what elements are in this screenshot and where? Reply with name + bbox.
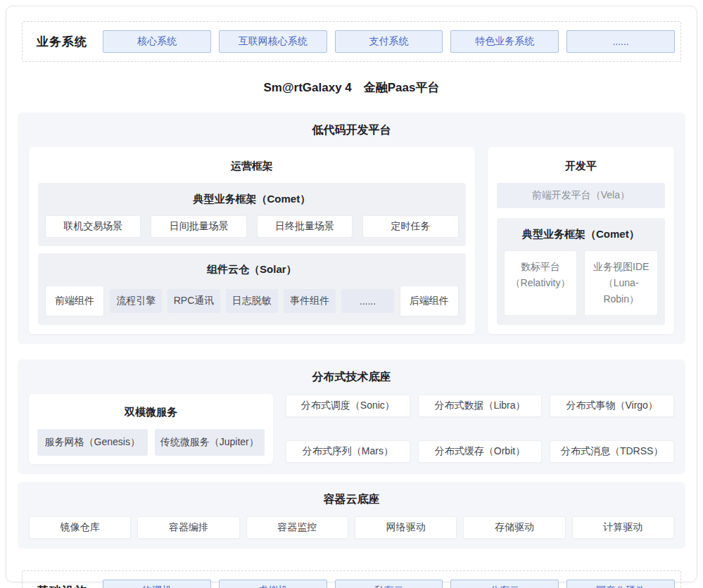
develop-platform-title: 开发平 [497, 160, 665, 173]
distributed-service-box: 分布式序列（Mars） [286, 440, 410, 463]
develop-platform-panel: 开发平 前端开发平台（Vela） 典型业务框架（Comet） 数标平台 （Rel… [488, 147, 674, 334]
relativity-platform-code: （Relativity） [506, 275, 576, 291]
business-systems-row: 业务系统 核心系统 互联网核心系统 支付系统 特色业务系统 ...... [22, 21, 681, 62]
infrastructure-box: 物理机 [103, 580, 211, 588]
comet-scenario-box: 定时任务 [362, 215, 458, 238]
vela-frontend-platform-chip: 前端开发平台（Vela） [497, 183, 665, 208]
business-system-box: 互联网核心系统 [219, 30, 327, 53]
container-feature-box: 存储驱动 [463, 516, 565, 539]
distributed-base-title: 分布式技术底座 [29, 370, 674, 385]
relativity-platform-name: 数标平台 [506, 259, 576, 275]
container-feature-box: 网络驱动 [355, 516, 457, 539]
comet-scenario-box: 日终批量场景 [257, 215, 353, 238]
distributed-service-box: 分布式缓存（Orbit） [418, 440, 543, 463]
container-cloud-panel: 容器云底座 镜像仓库 容器编排 容器监控 网络驱动 存储驱动 计算驱动 [18, 482, 685, 549]
container-cloud-title: 容器云底座 [29, 492, 674, 507]
distributed-service-box: 分布式消息（TDRSS） [550, 440, 674, 463]
container-feature-box: 计算驱动 [572, 516, 674, 539]
operation-framework-title: 运营框架 [38, 160, 466, 173]
solar-component-subpanel: 组件云仓（Solar） 前端组件 流程引擎 RPC通讯 日志脱敏 事件组件 ..… [38, 253, 466, 325]
genesis-service-mesh-chip: 服务网格（Genesis） [37, 429, 148, 456]
infrastructure-box: 私有云 [335, 580, 443, 588]
infrastructure-box: 国产化硬件 [566, 580, 675, 588]
luna-robin-ide-name: 业务视图IDE [586, 259, 656, 275]
solar-component-title: 组件云仓（Solar） [45, 263, 459, 276]
comet-scenario-box: 日间批量场景 [151, 215, 246, 238]
comet-scenario-box: 联机交易场景 [45, 215, 141, 238]
solar-chip: 日志脱敏 [226, 289, 278, 313]
container-feature-box: 容器编排 [137, 516, 239, 539]
luna-robin-ide-box: 业务视图IDE （Luna-Robin） [584, 250, 658, 316]
luna-robin-ide-code: （Luna-Robin） [586, 275, 656, 307]
solar-chip: RPC通讯 [167, 289, 220, 313]
comet-framework-title: 典型业务框架（Comet） [45, 193, 459, 206]
dev-comet-title: 典型业务框架（Comet） [504, 228, 658, 241]
solar-chip: 事件组件 [284, 289, 336, 313]
frontend-component-box: 前端组件 [45, 286, 104, 317]
container-feature-box: 镜像仓库 [29, 516, 131, 539]
business-systems-boxes: 核心系统 互联网核心系统 支付系统 特色业务系统 ...... [103, 30, 675, 53]
dev-comet-subpanel: 典型业务框架（Comet） 数标平台 （Relativity） 业务视图IDE … [497, 218, 665, 325]
infrastructure-label: 基础设施 [28, 583, 96, 588]
distributed-service-box: 分布式调度（Sonic） [286, 395, 410, 417]
infrastructure-boxes: 物理机 虚拟机 私有云 公有云 国产化硬件 [103, 580, 675, 588]
business-systems-label: 业务系统 [28, 34, 96, 50]
distributed-base-panel: 分布式技术底座 双模微服务 服务网格（Genesis） 传统微服务（Jupite… [18, 359, 685, 474]
business-system-box-more: ...... [566, 30, 675, 53]
comet-framework-subpanel: 典型业务框架（Comet） 联机交易场景 日间批量场景 日终批量场景 定时任务 [38, 183, 466, 246]
architecture-diagram-card: 业务系统 核心系统 互联网核心系统 支付系统 特色业务系统 ...... Sm@… [6, 6, 697, 582]
lowcode-platform-title: 低代码开发平台 [29, 123, 674, 138]
distributed-services-grid: 分布式调度（Sonic） 分布式数据（Libra） 分布式事物（Virgo） 分… [286, 394, 674, 464]
distributed-service-box: 分布式数据（Libra） [418, 395, 543, 417]
business-system-box: 支付系统 [335, 30, 443, 53]
dual-mode-microservice-panel: 双模微服务 服务网格（Genesis） 传统微服务（Jupiter） [29, 394, 273, 464]
infrastructure-row: 基础设施 物理机 虚拟机 私有云 公有云 国产化硬件 [22, 570, 681, 588]
solar-chip-more: ...... [341, 289, 393, 313]
container-feature-box: 容器监控 [246, 516, 348, 539]
relativity-platform-box: 数标平台 （Relativity） [504, 250, 578, 316]
jupiter-microservice-chip: 传统微服务（Jupiter） [155, 429, 265, 456]
solar-chip: 流程引擎 [110, 289, 162, 313]
lowcode-platform-panel: 低代码开发平台 运营框架 典型业务框架（Comet） 联机交易场景 日间批量场景… [18, 113, 685, 344]
operation-framework-panel: 运营框架 典型业务框架（Comet） 联机交易场景 日间批量场景 日终批量场景 … [29, 147, 475, 334]
business-system-box: 核心系统 [103, 30, 211, 53]
backend-component-box: 后端组件 [400, 286, 459, 317]
dual-mode-title: 双模微服务 [37, 406, 265, 419]
infrastructure-box: 虚拟机 [219, 580, 327, 588]
platform-title: Sm@rtGalaxy 4 金融Paas平台 [22, 79, 681, 96]
infrastructure-box: 公有云 [450, 580, 559, 588]
distributed-service-box: 分布式事物（Virgo） [550, 395, 674, 417]
business-system-box: 特色业务系统 [450, 30, 559, 53]
